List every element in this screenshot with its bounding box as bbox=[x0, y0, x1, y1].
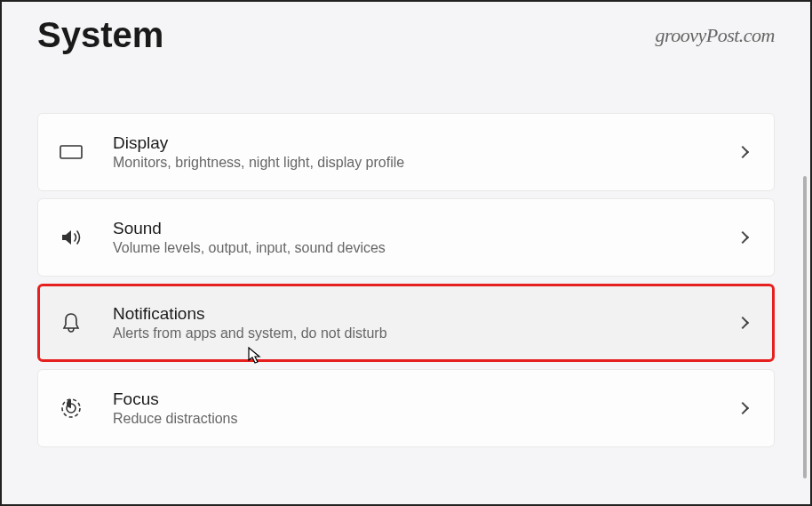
settings-item-text: Display Monitors, brightness, night ligh… bbox=[83, 133, 738, 171]
settings-item-focus[interactable]: Focus Reduce distractions bbox=[37, 369, 775, 447]
display-icon bbox=[60, 141, 83, 164]
bell-icon bbox=[60, 311, 83, 334]
settings-list: Display Monitors, brightness, night ligh… bbox=[37, 113, 775, 447]
focus-icon bbox=[60, 397, 83, 420]
chevron-right-icon bbox=[736, 231, 749, 244]
scrollbar-vertical[interactable] bbox=[803, 176, 807, 478]
sound-icon bbox=[60, 226, 83, 249]
chevron-right-icon bbox=[736, 317, 749, 329]
settings-item-sound[interactable]: Sound Volume levels, output, input, soun… bbox=[37, 198, 775, 277]
item-title: Display bbox=[113, 133, 738, 153]
item-subtitle: Monitors, brightness, night light, displ… bbox=[113, 155, 738, 171]
settings-item-text: Notifications Alerts from apps and syste… bbox=[83, 304, 738, 341]
page-title: System bbox=[37, 15, 163, 55]
item-title: Focus bbox=[113, 390, 738, 409]
item-subtitle: Alerts from apps and system, do not dist… bbox=[113, 325, 738, 341]
chevron-right-icon bbox=[736, 402, 749, 414]
item-subtitle: Volume levels, output, input, sound devi… bbox=[113, 240, 738, 256]
chevron-right-icon bbox=[736, 146, 749, 158]
item-title: Notifications bbox=[113, 304, 738, 324]
item-title: Sound bbox=[113, 219, 738, 238]
watermark-text: groovyPost.com bbox=[655, 24, 775, 47]
page-header: System groovyPost.com bbox=[37, 2, 775, 64]
settings-item-display[interactable]: Display Monitors, brightness, night ligh… bbox=[37, 113, 775, 191]
settings-item-text: Sound Volume levels, output, input, soun… bbox=[83, 219, 738, 256]
settings-item-notifications[interactable]: Notifications Alerts from apps and syste… bbox=[37, 284, 775, 362]
svg-rect-0 bbox=[60, 146, 82, 158]
settings-item-text: Focus Reduce distractions bbox=[83, 390, 738, 427]
item-subtitle: Reduce distractions bbox=[113, 411, 738, 427]
